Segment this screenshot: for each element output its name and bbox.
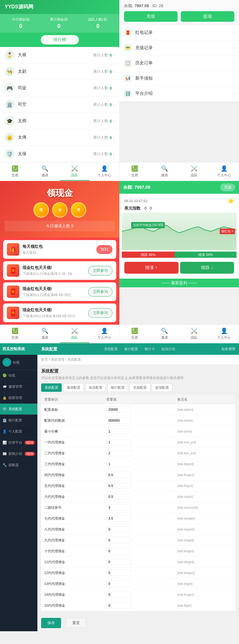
row-val[interactable] <box>103 459 174 470</box>
admin-tab-银行配置[interactable]: 银行配置 <box>108 383 128 392</box>
withdraw-button[interactable]: 提现 <box>181 11 234 22</box>
chevron-icon: › <box>113 135 115 140</box>
nav-tab-战队[interactable]: ⚔️ 战队 <box>179 325 209 343</box>
trading-recharge-btn[interactable]: 充值 <box>220 183 235 191</box>
chart-tooltip: 当前平均收益190.00$ <box>131 222 165 228</box>
row-val[interactable] <box>103 600 174 611</box>
chart-label[interactable]: 领红包 > <box>220 229 235 234</box>
topbar-nav-item[interactable]: 银行卡 <box>142 346 157 352</box>
nav-tab-交易[interactable]: 💹 交易 <box>120 163 150 181</box>
rank-item[interactable]: 🏛️ 司空 累计人数 0 › <box>0 96 119 113</box>
nav-tab-个人中心[interactable]: 👤 个人中心 <box>209 163 239 181</box>
sidebar-item-仿管平台[interactable]: 📊 仿管平台 NEW <box>0 437 37 448</box>
rank-item[interactable]: 🛡️ 太保 累计人数 0 › <box>0 146 119 162</box>
nav-tab-交易[interactable]: 💹 交易 <box>0 325 30 343</box>
nav-tab-战队[interactable]: ⚔️ 战队 <box>179 163 209 181</box>
sidebar-label: 权限管理 <box>8 396 22 400</box>
sidebar-item-银行配置[interactable]: 🏦 银行配置 <box>0 415 37 426</box>
nav-tab-邀请[interactable]: 🔍 邀请 <box>150 325 179 343</box>
admin-save-btn[interactable]: 保存 <box>41 618 61 628</box>
promo-card-btn[interactable]: 立即参与 <box>88 308 112 318</box>
promo-card-desc: 下级满50人日佣金满8$ 4$=28元 <box>22 293 85 297</box>
sidebar-item-新闻介绍[interactable]: 📰 新闻介绍 NEW <box>0 448 37 460</box>
table-row: 13代代理佣金 {site.tripjnt} <box>41 578 235 589</box>
tab-label: 个人中心 <box>217 335 231 340</box>
row-val[interactable] <box>103 546 174 557</box>
sidebar-item-个人配置[interactable]: 👤 个人配置 <box>0 426 37 437</box>
up-button[interactable]: 猜涨 ↑ <box>124 262 179 274</box>
sidebar-icon: 📰 <box>2 452 7 456</box>
nav-tab-邀请[interactable]: 🔍 邀请 <box>30 163 60 181</box>
sidebar-item-系统配置[interactable]: ⚙️ 系统配置 <box>0 404 37 415</box>
admin-tab-短信配置[interactable]: 短信配置 <box>85 383 106 392</box>
recharge-button[interactable]: 充值 <box>124 11 178 22</box>
sidebar-item-权限管理[interactable]: 🔒 权限管理 <box>0 392 37 404</box>
row-val[interactable] <box>103 437 174 448</box>
menu-arrow: › <box>233 91 234 96</box>
promo-card-btn[interactable]: 签到 <box>96 245 112 254</box>
row-val[interactable] <box>103 513 174 524</box>
promo-card-desc: 下级满100人日佣金满16$ 8$=55元 <box>22 314 85 318</box>
rank-name: 太傅 <box>18 135 93 140</box>
nav-tab-交易[interactable]: 💹 交易 <box>120 325 150 343</box>
admin-tab-系统配置[interactable]: 系统配置 <box>41 383 62 392</box>
nav-tab-个人中心[interactable]: 👤 个人中心 <box>209 325 239 343</box>
promo-card-btn[interactable]: 立即参与 <box>88 266 112 276</box>
nav-tab-交易[interactable]: 💹 交易 <box>0 163 30 181</box>
nav-tab-邀请[interactable]: 🔍 邀请 <box>150 163 179 181</box>
row-val[interactable] <box>103 535 174 546</box>
row-val[interactable] <box>103 426 174 437</box>
chevron-icon: › <box>113 152 115 156</box>
rank-item[interactable]: 👴 太傅 累计人数 0 › <box>0 129 119 146</box>
rank-button[interactable]: 排行榜 <box>41 35 79 44</box>
nav-tab-战队[interactable]: ⚔️ 战队 <box>60 163 90 181</box>
nav-tab-个人中心[interactable]: 👤 个人中心 <box>89 163 119 181</box>
rank-item[interactable]: 🎮 司徒 累计人数 0 › <box>0 80 119 96</box>
chevron-icon: › <box>113 53 115 57</box>
topbar-nav-item[interactable]: 系统配置 <box>102 346 120 352</box>
menu-item[interactable]: 💳 充值记录 › <box>119 40 239 56</box>
row-val[interactable] <box>103 589 174 600</box>
sidebar-item-函数器[interactable]: 🔧 函数器 <box>0 460 37 471</box>
promo-card-icon: 🎁 <box>7 243 19 256</box>
admin-tab-充值配置[interactable]: 充值配置 <box>130 383 150 392</box>
row-id: 九代代理佣金 <box>41 535 103 546</box>
row-val[interactable] <box>103 568 174 578</box>
row-val[interactable] <box>103 480 174 491</box>
topbar-nav-item[interactable]: 短信介绍 <box>159 346 178 352</box>
rank-item[interactable]: 👨‍🍳 太尉 累计人数 0 › <box>0 63 119 80</box>
row-val[interactable] <box>103 415 174 426</box>
menu-item[interactable]: 🧧 红包记录 › <box>119 25 239 40</box>
row-val[interactable] <box>103 448 174 459</box>
row-val[interactable] <box>103 404 174 415</box>
row-val[interactable] <box>103 557 174 568</box>
rank-label: 累计人数 <box>93 69 108 74</box>
tab-icon: 🔍 <box>41 327 48 334</box>
promo-card-btn[interactable]: 立即参与 <box>88 287 112 297</box>
nav-tab-战队[interactable]: ⚔️ 战队 <box>60 325 90 343</box>
menu-item[interactable]: 📢 新手须知 › <box>119 71 239 86</box>
admin-tab-提现配置[interactable]: 提现配置 <box>152 383 172 392</box>
row-val[interactable] <box>103 470 174 480</box>
row-val[interactable] <box>103 491 174 502</box>
promo-card-desc: 下级满10人日佣金满2$ 0.1$ - 5$ <box>22 271 85 276</box>
row-tag: {site.elepjnt} <box>174 557 235 568</box>
row-tag: {site.two_pct} <box>174 448 235 459</box>
topbar-nav-item[interactable]: 银行配置 <box>122 346 141 352</box>
row-val[interactable] <box>103 578 174 589</box>
nav-tab-个人中心[interactable]: 👤 个人中心 <box>89 325 119 343</box>
sidebar-item-邀请管理[interactable]: 📨 邀请管理 <box>0 381 37 392</box>
menu-item[interactable]: ℹ️ 平台介绍 › <box>119 86 239 101</box>
menu-item[interactable]: 📋 历史订单 › <box>119 56 239 71</box>
rank-item[interactable]: 🎖️ 大将 累计人数 0 › <box>0 47 119 63</box>
nav-tab-邀请[interactable]: 🔍 邀请 <box>30 325 60 343</box>
nav-right2: 💹 交易 🔍 邀请 ⚔️ 战队 👤 个人中心 <box>120 325 239 343</box>
row-val[interactable] <box>103 524 174 535</box>
sidebar-item-在线[interactable]: 🟢 在线 <box>0 370 37 381</box>
admin-reset-btn[interactable]: 重置 <box>66 618 86 628</box>
admin-tab-邀请配置[interactable]: 邀请配置 <box>63 383 84 392</box>
rank-item[interactable]: 🎓 太师 累计人数 0 › <box>0 113 119 129</box>
row-val[interactable] <box>103 502 174 513</box>
rank-list: 🎖️ 大将 累计人数 0 › 👨‍🍳 太尉 累计人数 0 › 🎮 司徒 累计人数… <box>0 47 119 162</box>
down-button[interactable]: 猜跌 ↓ <box>180 262 234 274</box>
